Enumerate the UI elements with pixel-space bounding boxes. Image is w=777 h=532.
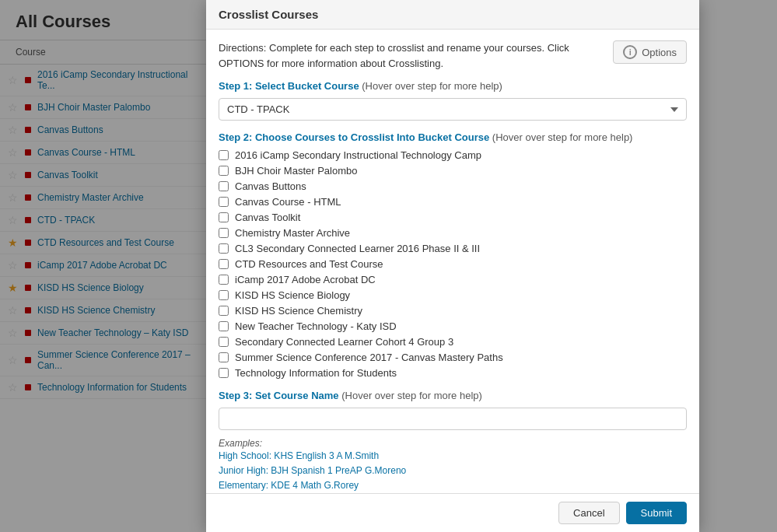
dialog-title: Crosslist Courses xyxy=(219,8,318,21)
course-checkbox[interactable] xyxy=(219,337,229,347)
list-item[interactable]: Chemistry Master Archive xyxy=(219,227,687,239)
course-checkbox[interactable] xyxy=(219,352,229,362)
cancel-button[interactable]: Cancel xyxy=(558,502,619,524)
step1-hint: (Hover over step for more help) xyxy=(362,80,502,92)
course-checkbox[interactable] xyxy=(219,306,229,316)
list-item[interactable]: Canvas Toolkit xyxy=(219,212,687,223)
course-checkbox[interactable] xyxy=(219,197,229,207)
example-junior-high: Junior High: BJH Spanish 1 PreAP G.Moren… xyxy=(219,464,687,478)
list-item[interactable]: iCamp 2017 Adobe Acrobat DC xyxy=(219,274,687,285)
options-label: Options xyxy=(642,47,677,58)
submit-button[interactable]: Submit xyxy=(626,502,687,524)
step1-link[interactable]: Step 1: Select Bucket Course xyxy=(219,80,359,92)
course-checkbox[interactable] xyxy=(219,228,229,238)
list-item[interactable]: Canvas Buttons xyxy=(219,180,687,192)
list-item[interactable]: Summer Science Conference 2017 - Canvas … xyxy=(219,352,687,363)
step2-hint: (Hover over step for more help) xyxy=(492,131,633,143)
course-checkbox[interactable] xyxy=(219,259,229,269)
list-item[interactable]: CTD Resources and Test Course xyxy=(219,258,687,270)
options-button[interactable]: i Options xyxy=(613,40,687,64)
course-checkbox[interactable] xyxy=(219,290,229,300)
crosslist-dialog: Crosslist Courses i Options Directions: … xyxy=(206,0,699,532)
course-checkbox[interactable] xyxy=(219,321,229,331)
dialog-footer: Cancel Submit xyxy=(206,493,699,532)
example-high-school: High School: KHS English 3 A M.Smith xyxy=(219,449,687,464)
list-item[interactable]: New Teacher Technology - Katy ISD xyxy=(219,320,687,332)
dialog-header: Crosslist Courses xyxy=(206,0,699,30)
list-item[interactable]: Technology Information for Students xyxy=(219,367,687,379)
course-checkbox-list: 2016 iCamp Secondary Instructional Techn… xyxy=(219,149,687,379)
list-item[interactable]: Secondary Connected Learner Cohort 4 Gro… xyxy=(219,336,687,348)
course-checkbox[interactable] xyxy=(219,212,229,222)
step3-hint: (Hover over step for more help) xyxy=(341,390,482,401)
step2-title: Step 2: Choose Courses to Crosslist Into… xyxy=(219,131,687,143)
step2-link[interactable]: Step 2: Choose Courses to Crosslist Into… xyxy=(219,131,489,143)
bucket-course-select[interactable]: CTD - TPACK xyxy=(219,98,687,121)
examples-section: Examples: High School: KHS English 3 A M… xyxy=(219,438,687,493)
course-checkbox[interactable] xyxy=(219,275,229,285)
dialog-body: i Options Directions: Complete for each … xyxy=(206,30,699,493)
course-checkbox[interactable] xyxy=(219,181,229,191)
course-checkbox[interactable] xyxy=(219,166,229,176)
examples-label: Examples: xyxy=(219,438,687,449)
course-name-input[interactable] xyxy=(219,408,687,430)
step3-title: Step 3: Set Course Name (Hover over step… xyxy=(219,390,687,401)
list-item[interactable]: KISD HS Science Biology xyxy=(219,289,687,301)
list-item[interactable]: CL3 Secondary Connected Learner 2016 Pha… xyxy=(219,243,687,254)
course-checkbox[interactable] xyxy=(219,243,229,254)
options-btn-wrapper: i Options xyxy=(613,40,687,64)
info-icon: i xyxy=(623,45,637,59)
list-item[interactable]: BJH Choir Master Palombo xyxy=(219,165,687,177)
list-item[interactable]: Canvas Course - HTML xyxy=(219,196,687,208)
course-checkbox[interactable] xyxy=(219,368,229,378)
list-item[interactable]: KISD HS Science Chemistry xyxy=(219,305,687,317)
example-elementary: Elementary: KDE 4 Math G.Rorey xyxy=(219,478,687,493)
page: All Courses Course ☆ 2016 iCamp Secondar… xyxy=(0,0,777,532)
step1-title: Step 1: Select Bucket Course (Hover over… xyxy=(219,80,687,92)
list-item[interactable]: 2016 iCamp Secondary Instructional Techn… xyxy=(219,149,687,161)
course-checkbox[interactable] xyxy=(219,150,229,160)
step3-link[interactable]: Step 3: Set Course Name xyxy=(219,390,339,401)
